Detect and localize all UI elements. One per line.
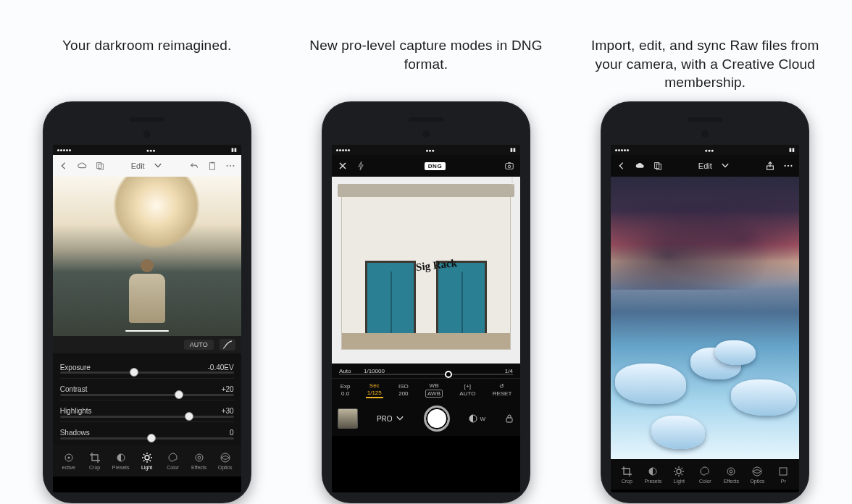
tool-light[interactable]: Light (134, 452, 160, 470)
status-bar: ●●●▮▮ (332, 145, 520, 155)
viewfinder-more-icon[interactable]: ⋮ (507, 180, 517, 185)
slider-label: Highlights (60, 407, 92, 415)
status-bar: ●●●▮▮ (53, 145, 241, 155)
tool-color[interactable]: Color (692, 466, 718, 484)
edit-mode-dropdown[interactable]: Edit (698, 161, 730, 171)
slider-value: +30 (222, 407, 234, 415)
tool-effects[interactable]: Effects (186, 452, 212, 470)
tool-optics[interactable]: Optics (744, 466, 770, 484)
flash-icon[interactable] (356, 161, 366, 171)
tone-curve-button[interactable] (220, 339, 235, 350)
chevron-down-icon (153, 161, 163, 171)
edit-topbar: Edit (53, 155, 241, 177)
more-icon[interactable] (783, 161, 793, 171)
slider-contrast[interactable]: Contrast +20 (60, 378, 234, 400)
shutter-scale[interactable]: Auto 1/10000 1/4 (332, 364, 520, 378)
lock-icon (504, 413, 514, 424)
wb-toggle[interactable]: W (468, 413, 485, 424)
tool-optics[interactable]: Optics (212, 452, 238, 470)
svg-rect-28 (780, 468, 787, 475)
bottombar-label: Crop (622, 479, 632, 484)
svg-point-26 (730, 470, 732, 473)
share-icon[interactable] (765, 161, 775, 171)
chevron-down-icon (720, 161, 730, 171)
close-icon[interactable] (338, 161, 348, 171)
setting-iso[interactable]: ISO200 (397, 383, 410, 397)
photo-preview[interactable] (53, 177, 241, 336)
slider-highlights[interactable]: Highlights +30 (60, 400, 234, 421)
copy-icon[interactable] (95, 161, 105, 171)
svg-point-25 (727, 468, 735, 475)
phone-1: ●●●▮▮ Edit (43, 101, 251, 503)
camera-topbar: DNG (332, 155, 520, 177)
bottombar-label: Color (167, 465, 179, 470)
tool-light[interactable]: Light (666, 466, 692, 484)
bottombar-label: Effects (724, 479, 739, 484)
svg-rect-16 (506, 418, 512, 422)
caption-1: Your darkroom reimagined. (62, 36, 231, 96)
photo-subject (129, 259, 165, 323)
bottombar-label: Light (141, 465, 152, 470)
undo-icon[interactable] (189, 161, 199, 171)
tool-presets[interactable]: Presets (640, 466, 666, 484)
svg-point-5 (230, 165, 231, 167)
format-badge[interactable]: DNG (425, 162, 446, 170)
setting-focus[interactable]: [+]AUTO (458, 383, 477, 397)
histogram-handle[interactable] (125, 330, 169, 332)
setting-wb[interactable]: WBAWB (424, 382, 444, 398)
slider-shadows[interactable]: Shadows 0 (60, 421, 234, 443)
edit-toolbar: ective Crop Presets Light Color Effects … (53, 445, 241, 476)
slider-exposure[interactable]: Exposure -0.40EV (60, 356, 234, 378)
svg-point-11 (196, 454, 203, 461)
setting-reset[interactable]: ↺RESET (491, 383, 514, 397)
cloud-icon[interactable] (635, 161, 645, 171)
switch-camera-icon[interactable] (504, 161, 514, 171)
bottombar-label: Crop (89, 465, 100, 470)
more-icon[interactable] (225, 161, 235, 171)
tool-profile[interactable]: Pr (770, 466, 796, 484)
mode-selector[interactable]: PRO (377, 413, 405, 424)
phone-2: ●●●▮▮ DNG Sig Rack (322, 101, 530, 503)
setting-exp[interactable]: Exp0.0 (339, 383, 352, 397)
svg-point-10 (145, 455, 149, 460)
back-icon[interactable] (617, 161, 627, 171)
clipboard-icon[interactable] (207, 161, 217, 171)
tool-selective[interactable]: ective (56, 452, 82, 470)
svg-point-12 (198, 456, 201, 459)
shutter-button[interactable] (424, 406, 450, 432)
auto-button[interactable]: AUTO (184, 340, 214, 350)
chevron-down-icon (395, 413, 405, 424)
tool-effects[interactable]: Effects (718, 466, 744, 484)
slider-value: 0 (230, 429, 234, 437)
status-bar: ●●●▮▮ (611, 145, 799, 155)
svg-point-4 (226, 165, 227, 167)
svg-rect-2 (209, 163, 214, 170)
copy-icon[interactable] (653, 161, 663, 171)
edit-title: Edit (131, 161, 145, 170)
last-photo-thumbnail[interactable] (338, 408, 358, 429)
slider-label: Contrast (60, 385, 88, 393)
svg-point-20 (785, 165, 786, 167)
tool-color[interactable]: Color (160, 452, 186, 470)
cloud-icon[interactable] (77, 161, 87, 171)
tool-crop[interactable]: Crop (82, 452, 108, 470)
setting-sec[interactable]: Sec1/125 (366, 382, 383, 398)
svg-point-6 (233, 165, 234, 167)
edit-mode-dropdown[interactable]: Edit (131, 161, 163, 171)
tool-presets[interactable]: Presets (108, 452, 134, 470)
edit-topbar: Edit (611, 155, 799, 177)
back-icon[interactable] (59, 161, 69, 171)
phone-3: ●●●▮▮ Edit (601, 101, 809, 503)
light-sliders: Exposure -0.40EV Contrast +20 Highlights… (53, 353, 241, 445)
tool-crop[interactable]: Crop (614, 466, 640, 484)
edit-toolbar: Crop Presets Light Color Effects Optics … (611, 459, 799, 490)
camera-viewfinder[interactable]: Sig Rack ⋮ (332, 177, 520, 364)
svg-rect-14 (506, 164, 514, 169)
slider-label: Exposure (60, 364, 91, 371)
edit-title: Edit (698, 161, 712, 170)
bottombar-label: Optics (218, 465, 233, 470)
capture-bar: PRO W (332, 401, 520, 436)
lock-toggle[interactable] (504, 413, 514, 424)
svg-point-22 (791, 165, 793, 167)
photo-preview[interactable] (611, 177, 799, 459)
